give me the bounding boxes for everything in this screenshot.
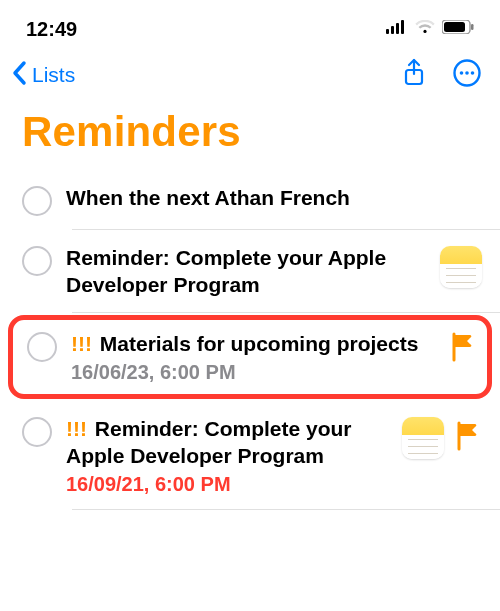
svg-rect-5: [444, 22, 465, 32]
reminder-title-text: Reminder: Complete your Apple Developer …: [66, 417, 352, 467]
chevron-left-icon: [8, 59, 32, 92]
reminder-title: !!! Reminder: Complete your Apple Develo…: [66, 415, 388, 470]
notes-icon: [440, 246, 482, 288]
cellular-icon: [386, 20, 408, 38]
status-time: 12:49: [26, 18, 77, 41]
reminder-date: 16/09/21, 6:00 PM: [66, 473, 388, 496]
reminder-trailing: [440, 246, 482, 288]
complete-toggle[interactable]: [22, 186, 52, 216]
svg-rect-1: [391, 26, 394, 34]
divider: [72, 509, 500, 510]
back-button[interactable]: Lists: [8, 59, 75, 92]
reminder-row[interactable]: Reminder: Complete your Apple Developer …: [0, 230, 500, 313]
reminder-title: !!! Materials for upcoming projects: [71, 330, 437, 357]
flag-icon: [456, 421, 482, 455]
svg-point-9: [460, 71, 464, 75]
flag-icon: [451, 332, 477, 366]
wifi-icon: [415, 20, 435, 38]
svg-rect-2: [396, 23, 399, 34]
reminder-row[interactable]: !!! Reminder: Complete your Apple Develo…: [0, 401, 500, 511]
reminder-title: Reminder: Complete your Apple Developer …: [66, 244, 426, 299]
back-label: Lists: [32, 63, 75, 87]
reminder-date: 16/06/23, 6:00 PM: [71, 361, 437, 384]
svg-point-11: [471, 71, 475, 75]
more-button[interactable]: [452, 58, 482, 92]
reminder-title-text: Materials for upcoming projects: [100, 332, 419, 355]
status-bar: 12:49: [0, 0, 500, 48]
reminder-content: !!! Materials for upcoming projects16/06…: [71, 330, 437, 384]
reminder-row[interactable]: !!! Materials for upcoming projects16/06…: [8, 315, 492, 399]
reminder-trailing: [402, 417, 482, 459]
share-button[interactable]: [402, 58, 426, 92]
priority-indicator: !!!: [71, 332, 92, 355]
divider: [72, 312, 500, 313]
reminder-title: When the next Athan French: [66, 184, 482, 211]
reminder-content: Reminder: Complete your Apple Developer …: [66, 244, 426, 299]
reminder-trailing: [451, 332, 477, 366]
complete-toggle[interactable]: [22, 417, 52, 447]
battery-icon: [442, 20, 474, 38]
reminder-title-text: When the next Athan French: [66, 186, 350, 209]
notes-icon: [402, 417, 444, 459]
page-title: Reminders: [0, 100, 500, 170]
reminders-list: When the next Athan FrenchReminder: Comp…: [0, 170, 500, 510]
reminder-content: When the next Athan French: [66, 184, 482, 211]
svg-point-10: [465, 71, 469, 75]
complete-toggle[interactable]: [27, 332, 57, 362]
svg-rect-6: [471, 24, 474, 30]
reminder-title-text: Reminder: Complete your Apple Developer …: [66, 246, 386, 296]
nav-bar: Lists: [0, 48, 500, 100]
svg-rect-3: [401, 20, 404, 34]
status-icons: [386, 20, 474, 38]
priority-indicator: !!!: [66, 417, 87, 440]
svg-rect-0: [386, 29, 389, 34]
reminder-row[interactable]: When the next Athan French: [0, 170, 500, 230]
reminder-content: !!! Reminder: Complete your Apple Develo…: [66, 415, 388, 497]
complete-toggle[interactable]: [22, 246, 52, 276]
